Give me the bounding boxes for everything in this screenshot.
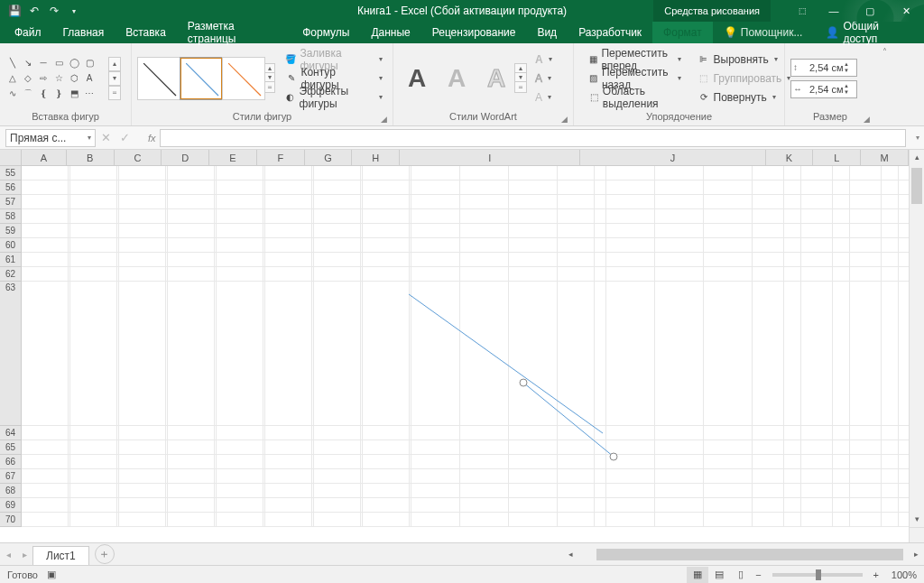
shape-oval-icon[interactable]: ◯ bbox=[67, 56, 81, 70]
col-header[interactable]: C bbox=[115, 150, 162, 165]
zoom-knob[interactable] bbox=[816, 569, 821, 580]
save-icon[interactable]: 💾 bbox=[7, 4, 22, 18]
row-header[interactable]: 56 bbox=[0, 180, 21, 195]
gallery-more-icon[interactable]: ＝ bbox=[514, 81, 527, 93]
row-header[interactable]: 65 bbox=[0, 440, 21, 455]
gallery-down-icon[interactable]: ▾ bbox=[108, 71, 121, 86]
view-normal-icon[interactable]: ▦ bbox=[687, 567, 708, 583]
collapse-ribbon-icon[interactable]: ˄ bbox=[882, 47, 887, 57]
redo-icon[interactable]: ↷ bbox=[47, 4, 61, 18]
col-header[interactable]: M bbox=[861, 150, 909, 165]
shape-rect-icon[interactable]: ▭ bbox=[51, 56, 66, 70]
row-header[interactable]: 60 bbox=[0, 238, 21, 253]
wordart-preset-2[interactable]: A bbox=[439, 59, 475, 98]
row-header[interactable]: 66 bbox=[0, 455, 21, 469]
shape-arc-icon[interactable]: ⌒ bbox=[21, 87, 35, 101]
scroll-up-icon[interactable]: ▴ bbox=[910, 150, 924, 165]
col-header[interactable]: J bbox=[580, 150, 765, 165]
col-header[interactable]: E bbox=[209, 150, 257, 165]
height-spinner[interactable]: ▲▼ bbox=[844, 61, 855, 74]
sheet-nav-next-icon[interactable]: ▸ bbox=[16, 550, 32, 560]
selection-pane-button[interactable]: ⬚Область выделения bbox=[585, 88, 686, 106]
row-header[interactable]: 64 bbox=[0, 426, 21, 440]
shapes-gallery[interactable]: ╲ ↘ ─ ▭ ◯ ▢ △ ◇ ⇨ ☆ ⬡ A ∿ ⌒ ❴ ❵ ⬒ ⋯ bbox=[5, 56, 106, 101]
sheet-nav-prev-icon[interactable]: ◂ bbox=[0, 550, 16, 560]
shape-curve-icon[interactable]: ∿ bbox=[5, 87, 20, 101]
tab-developer[interactable]: Разработчик bbox=[568, 22, 652, 43]
shape-line2-icon[interactable]: ─ bbox=[36, 56, 51, 70]
scroll-down-icon[interactable]: ▾ bbox=[910, 512, 924, 527]
col-header[interactable]: D bbox=[162, 150, 209, 165]
shape-diamond-icon[interactable]: ◇ bbox=[21, 71, 35, 86]
tab-review[interactable]: Рецензирование bbox=[421, 22, 527, 43]
col-header[interactable]: B bbox=[67, 150, 115, 165]
name-box-dropdown-icon[interactable]: ▾ bbox=[88, 134, 91, 142]
align-button[interactable]: ⊫Выровнять▾ bbox=[693, 51, 796, 69]
drawn-line-selected[interactable] bbox=[523, 383, 623, 464]
scroll-right-icon[interactable]: ▸ bbox=[909, 547, 924, 562]
col-header[interactable]: A bbox=[22, 150, 67, 165]
vscroll-thumb[interactable] bbox=[911, 168, 922, 204]
close-button[interactable]: ✕ bbox=[888, 0, 924, 22]
row-header[interactable]: 59 bbox=[0, 224, 21, 238]
zoom-level[interactable]: 100% bbox=[882, 569, 917, 580]
zoom-out-icon[interactable]: − bbox=[752, 569, 764, 580]
row-header[interactable]: 68 bbox=[0, 484, 21, 498]
undo-icon[interactable]: ↶ bbox=[27, 4, 42, 18]
dialog-launcher-shape-styles[interactable]: ◢ bbox=[381, 115, 390, 124]
row-header[interactable]: 58 bbox=[0, 209, 21, 224]
shape-more-icon[interactable]: ⋯ bbox=[82, 87, 97, 101]
row-header[interactable]: 61 bbox=[0, 253, 21, 267]
col-header[interactable]: L bbox=[813, 150, 861, 165]
tab-file[interactable]: Файл bbox=[4, 22, 52, 43]
row-header[interactable]: 69 bbox=[0, 498, 21, 513]
row-header[interactable]: 62 bbox=[0, 267, 21, 282]
gallery-more-icon[interactable]: ＝ bbox=[108, 86, 121, 100]
shape-line-icon[interactable]: ╲ bbox=[5, 56, 20, 70]
hscroll-thumb[interactable] bbox=[596, 549, 903, 560]
shape-hex-icon[interactable]: ⬡ bbox=[67, 71, 81, 86]
view-page-break-icon[interactable]: ▯ bbox=[730, 567, 752, 583]
col-header[interactable]: I bbox=[400, 150, 580, 165]
row-header[interactable]: 55 bbox=[0, 166, 21, 180]
shape-star-icon[interactable]: ☆ bbox=[51, 71, 66, 86]
shape-height-input[interactable]: ↕ 2,54 см ▲▼ bbox=[790, 59, 857, 77]
row-header[interactable]: 57 bbox=[0, 195, 21, 209]
tab-insert[interactable]: Вставка bbox=[115, 22, 177, 43]
shape-arrow-icon[interactable]: ↘ bbox=[21, 56, 35, 70]
cancel-formula-icon[interactable]: ✕ bbox=[101, 131, 111, 144]
vertical-scrollbar[interactable]: ▴ ▾ bbox=[909, 150, 924, 527]
col-header[interactable]: K bbox=[766, 150, 814, 165]
expand-formula-bar-icon[interactable]: ▾ bbox=[911, 134, 924, 142]
minimize-button[interactable]: — bbox=[816, 0, 852, 22]
shape-triangle-icon[interactable]: △ bbox=[5, 71, 20, 86]
style-preset-3[interactable] bbox=[222, 57, 265, 100]
sheet-tab-active[interactable]: Лист1 bbox=[32, 546, 89, 566]
shape-roundrect-icon[interactable]: ▢ bbox=[82, 56, 97, 70]
col-header[interactable]: F bbox=[257, 150, 305, 165]
row-header[interactable]: 70 bbox=[0, 513, 21, 527]
zoom-in-icon[interactable]: + bbox=[870, 569, 882, 580]
scroll-left-icon[interactable]: ◂ bbox=[563, 547, 578, 562]
macro-record-icon[interactable]: ▣ bbox=[47, 569, 56, 580]
zoom-slider[interactable] bbox=[772, 573, 863, 577]
tab-view[interactable]: Вид bbox=[526, 22, 568, 43]
select-all-button[interactable] bbox=[0, 150, 22, 166]
new-sheet-button[interactable]: ＋ bbox=[95, 544, 115, 564]
rotate-button[interactable]: ⟳Повернуть▾ bbox=[693, 88, 796, 106]
tab-format[interactable]: Формат bbox=[652, 22, 713, 43]
shape-arrow2-icon[interactable]: ⇨ bbox=[36, 71, 51, 86]
share-button[interactable]: 👤 Общий доступ bbox=[813, 22, 924, 43]
tab-formulas[interactable]: Формулы bbox=[291, 22, 360, 43]
tab-page-layout[interactable]: Разметка страницы bbox=[177, 22, 291, 43]
style-preset-1[interactable] bbox=[137, 57, 180, 100]
dialog-launcher-wordart[interactable]: ◢ bbox=[561, 115, 570, 124]
row-header[interactable]: 63 bbox=[0, 282, 21, 426]
shape-brace2-icon[interactable]: ❵ bbox=[51, 87, 66, 101]
gallery-up-icon[interactable]: ▴ bbox=[108, 57, 121, 71]
shape-callout-icon[interactable]: ⬒ bbox=[67, 87, 81, 101]
wordart-preset-1[interactable]: A bbox=[399, 59, 435, 98]
shape-textbox-icon[interactable]: A bbox=[82, 71, 97, 86]
col-header[interactable]: H bbox=[352, 150, 400, 165]
tab-data[interactable]: Данные bbox=[360, 22, 420, 43]
